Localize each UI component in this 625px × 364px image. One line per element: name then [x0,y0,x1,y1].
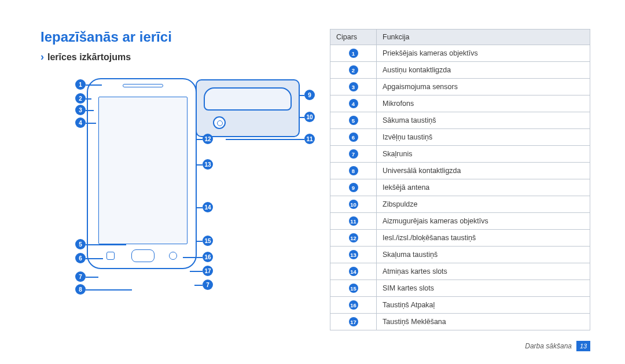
table-row: 3Apgaismojuma sensors [330,79,590,95]
row-number-cell: 4 [330,95,377,112]
number-badge: 8 [349,166,358,175]
callout-7: 7 [75,271,86,282]
row-number-cell: 17 [330,314,377,330]
number-badge: 10 [349,200,358,209]
number-badge: 6 [349,133,358,142]
table-row: 1Priekšējais kameras objektīvs [330,45,590,62]
table-row: 5Sākuma taustiņš [330,112,590,129]
table-row: 11Aizmugurējais kameras objektīvs [330,213,590,230]
row-function-cell: Universālā kontaktligzda [377,163,590,179]
row-number-cell: 7 [330,146,377,163]
table-row: 12Iesl./izsl./bloķēšanas taustiņš [330,230,590,247]
callout-2: 2 [75,93,86,104]
callout-8: 8 [75,284,86,295]
row-function-cell: Priekšējais kameras objektīvs [377,45,590,62]
row-number-cell: 13 [330,247,377,263]
earpiece-icon [123,84,163,87]
table-row: 2Austiņu kontaktligzda [330,62,590,79]
table-row: 4Mikrofons [330,95,590,112]
callout-9: 9 [304,90,315,100]
callout-3: 3 [75,105,86,115]
number-badge: 14 [349,267,358,276]
callout-6: 6 [75,253,86,263]
screen-outline [98,97,188,244]
table-row: 15SIM kartes slots [330,280,590,297]
row-function-cell: Taustiņš Meklēšana [377,314,590,330]
row-function-cell: Iesl./izsl./bloķēšanas taustiņš [377,230,590,247]
page-footer: Darba sākšana 13 [525,341,590,351]
table-row: 8Universālā kontaktligzda [330,163,590,179]
number-badge: 5 [349,116,358,125]
device-back-inset [196,79,300,137]
home-button-outline [131,249,155,262]
row-function-cell: Taustiņš Atpakaļ [377,297,590,314]
parts-table: Cipars Funkcija 1Priekšējais kameras obj… [330,29,590,330]
number-badge: 2 [349,65,358,75]
row-number-cell: 16 [330,297,377,314]
col-header-number: Cipars [330,30,377,45]
table-row: 7Skaļrunis [330,146,590,163]
callout-12: 12 [203,134,213,144]
row-function-cell: Aizmugurējais kameras objektīvs [377,213,590,230]
footer-section: Darba sākšana [525,342,572,350]
row-number-cell: 10 [330,196,377,213]
number-badge: 11 [349,216,358,226]
number-badge: 1 [349,49,358,58]
section-heading-text: Ierīces izkārtojums [47,52,131,62]
callout-4: 4 [75,117,86,128]
table-row: 14Atmiņas kartes slots [330,263,590,280]
number-badge: 7 [349,149,358,159]
row-number-cell: 3 [330,79,377,95]
table-row: 9Iekšējā antena [330,179,590,196]
callout-15: 15 [203,236,213,246]
table-row: 13Skaļuma taustiņš [330,247,590,263]
callout-11: 11 [304,134,315,144]
device-layout-diagram: 1 2 3 4 5 6 7 8 9 10 11 12 [41,72,301,315]
number-badge: 17 [349,317,358,326]
row-number-cell: 8 [330,163,377,179]
callout-7b: 7 [203,280,213,290]
table-row: 16Taustiņš Atpakaļ [330,297,590,314]
row-number-cell: 11 [330,213,377,230]
footer-page-number: 13 [576,341,590,351]
row-function-cell: SIM kartes slots [377,280,590,297]
row-function-cell: Skaļrunis [377,146,590,163]
row-function-cell: Skaļuma taustiņš [377,247,590,263]
back-panel-outline [204,87,292,111]
row-function-cell: Iekšējā antena [377,179,590,196]
row-number-cell: 1 [330,45,377,62]
callout-14: 14 [203,202,213,212]
table-row: 10Zibspuldze [330,196,590,213]
row-number-cell: 5 [330,112,377,129]
chevron-right-icon: › [41,51,44,63]
number-badge: 13 [349,250,358,259]
callout-5: 5 [75,239,86,249]
number-badge: 16 [349,300,358,310]
number-badge: 4 [349,99,358,108]
row-function-cell: Izvēļņu taustiņš [377,129,590,146]
row-function-cell: Sākuma taustiņš [377,112,590,129]
row-number-cell: 12 [330,230,377,247]
page-title: Iepazīšanās ar ierīci [41,29,312,45]
number-badge: 9 [349,183,358,192]
callout-1: 1 [75,79,86,90]
row-number-cell: 9 [330,179,377,196]
camera-lens-icon [213,116,226,129]
search-key-icon [169,252,177,260]
row-function-cell: Zibspuldze [377,196,590,213]
number-badge: 3 [349,82,358,91]
callout-17: 17 [203,266,213,276]
device-front-outline [87,78,197,269]
row-function-cell: Atmiņas kartes slots [377,263,590,280]
row-function-cell: Mikrofons [377,95,590,112]
callout-16: 16 [203,252,213,262]
table-row: 17Taustiņš Meklēšana [330,314,590,330]
row-number-cell: 15 [330,280,377,297]
col-header-function: Funkcija [377,30,590,45]
menu-key-icon [106,252,115,260]
number-badge: 12 [349,233,358,242]
callout-10: 10 [304,112,315,122]
row-function-cell: Austiņu kontaktligzda [377,62,590,79]
number-badge: 15 [349,284,358,293]
row-function-cell: Apgaismojuma sensors [377,79,590,95]
